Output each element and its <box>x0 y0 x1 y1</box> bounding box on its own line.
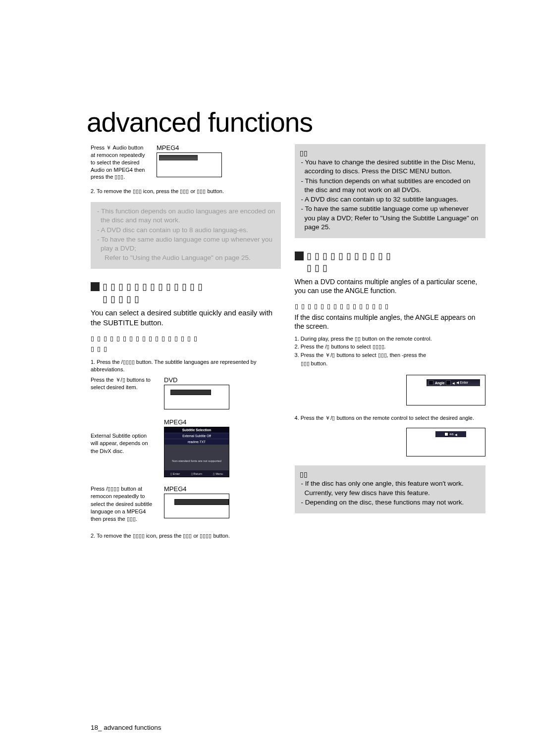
osd-btn-enter: ▯ Enter <box>164 470 186 477</box>
angle-step-4: 4. Press the ￥/▯ buttons on the remote c… <box>295 414 485 422</box>
audio-note-4: Refer to "Using the Audio Language" on p… <box>96 253 276 262</box>
mpeg4-screenshot <box>157 152 222 177</box>
subtitle-mpeg4-row: Press /▯▯▯▯ button at remocon repeatedly… <box>91 485 281 523</box>
subtitle-note-box: ▯▯ - You have to change the desired subt… <box>295 144 485 238</box>
page-title: advanced functions <box>87 106 485 138</box>
angle-value-figure: 4/6 ◀ <box>406 428 485 456</box>
angle-head-l1: ▯▯▯▯▯▯▯▯▯▯▯ <box>307 251 394 261</box>
subtitle-head-l2: ▯▯▯▯▯ <box>103 294 142 304</box>
subtitle-dvd-row: Press the ￥/▯ buttons to select desired … <box>91 376 281 409</box>
subtitle-selection-osd: Subtitle Selection External Subtitle Off… <box>164 427 229 477</box>
note2-l2: - Depending on the disc, these functions… <box>300 498 481 507</box>
angle-steps: 1. During play, press the ▯▯ button on t… <box>295 335 485 368</box>
osd-warning: Non-standard fonts are not supported <box>164 457 229 464</box>
angle-figure-1-wrap: Angle ◀ ◀ Enter <box>295 375 485 405</box>
angle-icon <box>446 380 451 385</box>
note1-l2: - This function depends on what subtitle… <box>300 177 481 195</box>
note2-head: ▯▯ <box>300 470 481 479</box>
note1-l3: - A DVD disc can contain up to 32 subtit… <box>300 195 481 204</box>
subtitle-remove-step: 2. To remove the ▯▯▯▯ icon, press the ▯▯… <box>91 532 281 540</box>
enter-label: ◀ Enter <box>456 381 468 385</box>
angle-condition: If the disc contains multiple angles, th… <box>295 313 485 331</box>
left-column: Press ￥ Audio button at remocon repeated… <box>91 144 281 540</box>
audio-note-box: - This function depends on audio languag… <box>91 202 281 269</box>
subtitle-heading-glyphs: ▯▯▯▯▯▯▯▯▯▯▯▯▯ ▯▯▯▯▯ <box>103 281 206 305</box>
subtitle-step1a: 1. Press the /▯▯▯▯ button. The subtitle … <box>91 358 281 373</box>
angle-small-icon <box>444 432 448 436</box>
subtitle-divx-row: External Subtitle option will appear, de… <box>91 418 281 477</box>
osd-opt-1: External Subtitle Off <box>164 433 229 439</box>
mpeg4-label-2: MPEG4 <box>164 485 281 493</box>
audio-note-2: - A DVD disc can contain up to 8 audio l… <box>96 226 276 235</box>
angle-using-subhead: ▯▯▯▯▯▯▯▯▯▯▯▯▯▯▯ <box>295 302 485 312</box>
subtitle-section-heading: ▯▯▯▯▯▯▯▯▯▯▯▯▯ ▯▯▯▯▯ <box>91 281 281 305</box>
dvd-figure: DVD <box>164 376 281 409</box>
osd-title: Subtitle Selection <box>164 427 229 433</box>
osd-btn-menu: ▯ Menu <box>208 470 229 477</box>
subtitle-using-subhead: ▯▯▯▯▯▯▯▯▯▯▯▯▯▯▯▯▯ ▯▯▯ <box>91 334 281 354</box>
section-square-icon <box>295 252 304 260</box>
sub-using-l1: ▯▯▯▯▯▯▯▯▯▯▯▯▯▯▯▯▯ <box>91 335 200 342</box>
dvd-screenshot <box>164 385 229 409</box>
subtitle-mpeg4-side: Press /▯▯▯▯ button at remocon repeatedly… <box>91 485 155 523</box>
mpeg4-screenshot-2 <box>164 494 229 518</box>
mpeg4-label: MPEG4 <box>157 144 281 151</box>
osd-btn-return: ▯ Return <box>186 470 207 477</box>
angle-step-2: 2. Press the /▯ buttons to select ▯▯▯▯. <box>295 343 485 351</box>
note1-l4: - To have the same subtitle language com… <box>300 204 481 232</box>
angle-head-l2: ▯▯▯ <box>307 263 330 273</box>
angle-osd-figure: Angle ◀ ◀ Enter <box>406 375 485 405</box>
subtitle-step1b: Press the ￥/▯ buttons to select desired … <box>91 376 155 392</box>
osd-buttons: ▯ Enter ▯ Return ▯ Menu <box>164 470 229 477</box>
angle-heading-glyphs: ▯▯▯▯▯▯▯▯▯▯▯ ▯▯▯ <box>307 250 394 274</box>
note1-head: ▯▯ <box>300 149 481 158</box>
angle-section-heading: ▯▯▯▯▯▯▯▯▯▯▯ ▯▯▯ <box>295 250 485 274</box>
angle-word: Angle <box>435 381 444 385</box>
page: advanced functions Press ￥ Audio button … <box>0 0 535 569</box>
two-columns: Press ￥ Audio button at remocon repeated… <box>91 144 485 540</box>
angle-step-3b: ▯▯▯ button. <box>295 360 485 368</box>
angle-figure-2-wrap: 4/6 ◀ <box>295 428 485 456</box>
mpeg4-osd-label: MPEG4 <box>164 418 281 426</box>
mpeg4-osd-figure: MPEG4 Subtitle Selection External Subtit… <box>164 418 281 477</box>
angle-step-3a: 3. Press the ￥/▯ buttons to select ▯▯▯, … <box>295 352 485 359</box>
audio-mpeg4-figure: MPEG4 <box>157 144 281 177</box>
audio-remove-step: 2. To remove the ▯▯▯ icon, press the ▯▯▯… <box>91 188 281 195</box>
angle-value-strip: 4/6 ◀ <box>435 431 466 437</box>
angle-lead: When a DVD contains multiple angles of a… <box>295 277 485 296</box>
angle-step-1: 1. During play, press the ▯▯ button on t… <box>295 335 485 343</box>
divx-side-text: External Subtitle option will appear, de… <box>91 418 155 455</box>
note1-l1: - You have to change the desired subtitl… <box>300 158 481 176</box>
page-footer: 18_ advanced functions <box>91 724 161 731</box>
osd-opt-2: readme.TXT <box>164 439 229 445</box>
shortcut-icon <box>428 380 433 385</box>
subtitle-head-l1: ▯▯▯▯▯▯▯▯▯▯▯▯▯ <box>103 282 206 292</box>
section-square-icon <box>91 282 100 291</box>
audio-mpeg4-row: Press ￥ Audio button at remocon repeated… <box>91 144 281 181</box>
audio-note-3: - To have the same audio language come u… <box>96 235 276 253</box>
mpeg4-figure-2: MPEG4 <box>164 485 281 518</box>
note2-l1: - If the disc has only one angle, this f… <box>300 479 481 497</box>
angle-note-box: ▯▯ - If the disc has only one angle, thi… <box>295 465 485 513</box>
dvd-label: DVD <box>164 376 281 384</box>
subtitle-lead: You can select a desired subtitle quickl… <box>91 308 281 328</box>
audio-note-1: - This function depends on audio languag… <box>96 207 276 225</box>
angle-osd-strip: Angle ◀ ◀ Enter <box>427 379 480 386</box>
audio-mpeg4-side-text: Press ￥ Audio button at remocon repeated… <box>91 144 148 181</box>
sub-using-l2: ▯▯▯ <box>91 345 110 353</box>
right-column: ▯▯ - You have to change the desired subt… <box>295 144 485 540</box>
